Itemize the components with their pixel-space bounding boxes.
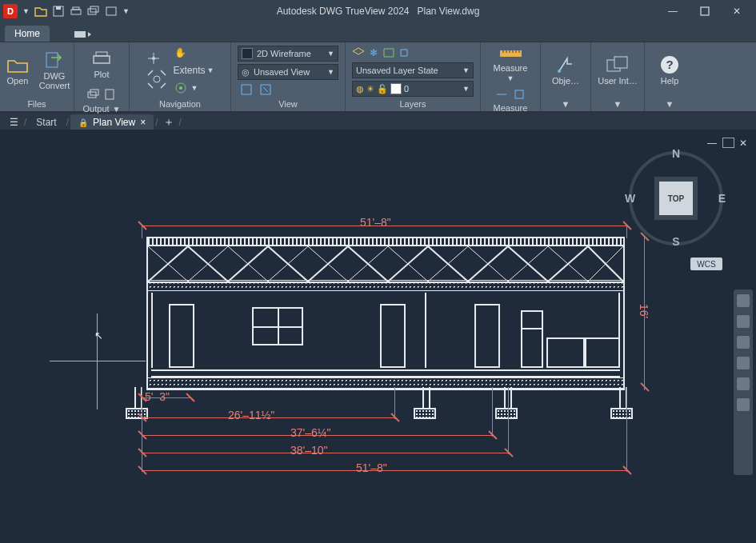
vp-minimize-button[interactable]: — (707, 138, 718, 146)
help-button[interactable]: ? Help (649, 46, 690, 95)
svg-rect-9 (46, 53, 58, 67)
current-layer-dropdown[interactable]: ◍ ☀ 🔓 0▼ (352, 81, 474, 97)
navbar-wheel-icon[interactable] (737, 294, 750, 307)
quick-access-toolbar: ▼ (34, 5, 130, 18)
navbar-showmotion-icon[interactable] (737, 377, 750, 390)
refrigerator (521, 310, 543, 368)
publish-icon[interactable] (105, 5, 118, 18)
view-cube-e[interactable]: E (718, 192, 726, 205)
view-fwd-icon[interactable] (258, 82, 273, 97)
panel-user-interface: User Int… ▼ (591, 42, 645, 111)
panel-view: 2D Wireframe▼ ◎ Unsaved View▼ View (231, 42, 346, 111)
svg-rect-14 (106, 90, 114, 99)
printer-icon (90, 49, 113, 68)
app-menu-caret[interactable]: ▼ (22, 7, 30, 15)
navbar-orbit-icon[interactable] (737, 357, 750, 369)
svg-point-18 (179, 86, 182, 90)
drawing-viewport[interactable]: — ✕ TOP N S E W WCS ↖ 51'–8" 16' (0, 130, 756, 543)
vp-restore-button[interactable] (722, 138, 734, 148)
panel-caret-ui[interactable]: ▼ (614, 98, 622, 111)
area-icon[interactable] (512, 87, 526, 102)
navbar-zoom-icon[interactable] (737, 336, 750, 349)
object-snap-button[interactable]: Obje… (545, 46, 586, 95)
dim-b2: 26'–11½" (228, 409, 274, 421)
open-button[interactable]: Open (2, 46, 33, 95)
zoom-extents-icon-large[interactable] (146, 68, 167, 90)
panel-object-snap: Obje… ▼ (541, 42, 591, 111)
qat-caret[interactable]: ▼ (122, 7, 130, 15)
view-cube-w[interactable]: W (625, 192, 635, 205)
view-prev-icon[interactable] (239, 82, 254, 97)
orbit-caret[interactable]: ▼ (191, 84, 198, 92)
window-1 (252, 307, 303, 345)
plot-button[interactable]: Plot (84, 46, 119, 82)
svg-rect-22 (515, 90, 523, 98)
extents-split-button[interactable]: Extents ▼ (174, 65, 214, 76)
layer-match-icon[interactable] (382, 46, 395, 59)
visual-style-dropdown[interactable]: 2D Wireframe▼ (238, 46, 338, 62)
batch-plot-icon[interactable] (87, 5, 100, 18)
layer-prev-icon[interactable] (398, 46, 410, 59)
panel-caret-help[interactable]: ▼ (666, 98, 674, 111)
minimize-button[interactable]: — (657, 0, 689, 22)
roof-truss (148, 245, 623, 283)
navbar-more-icon[interactable] (737, 398, 750, 411)
pan-icon[interactable] (146, 51, 161, 66)
tab-close-icon[interactable]: × (140, 117, 146, 128)
door-1 (169, 304, 194, 368)
vp-close-button[interactable]: ✕ (739, 138, 750, 146)
panel-caret-osnap[interactable]: ▼ (562, 98, 570, 111)
svg-rect-8 (74, 31, 86, 38)
view-cube-s[interactable]: S (672, 235, 679, 248)
hand-pan-icon[interactable]: ✋ (174, 46, 188, 60)
tab-start[interactable]: Start (28, 114, 64, 130)
view-cube-n[interactable]: N (672, 147, 680, 160)
add-tab-button[interactable]: ＋ (160, 115, 178, 130)
orbit-icon[interactable] (174, 81, 188, 95)
open-icon[interactable] (34, 5, 47, 18)
ruler-icon (499, 46, 522, 62)
layer-props-icon[interactable] (352, 46, 365, 59)
ribbon: Open DWG Convert Files Plot Output▼ (0, 42, 756, 113)
dim-b5: 51'–8" (356, 461, 387, 474)
wcs-badge[interactable]: WCS (690, 258, 722, 270)
door-3 (474, 304, 500, 368)
doc-tabs-menu-icon[interactable]: ☰ (5, 117, 22, 128)
visual-style-swatch-icon (242, 48, 253, 59)
tab-home[interactable]: Home (5, 26, 50, 42)
print-icon[interactable] (70, 5, 82, 18)
layer-color-swatch-icon (390, 83, 402, 94)
panel-measure: Measure ▼ Measure (481, 42, 541, 111)
help-icon: ? (658, 55, 681, 74)
navbar-pan-icon[interactable] (737, 315, 750, 328)
panel-title-files: Files (27, 98, 46, 111)
dim-right: 16' (638, 304, 650, 318)
layer-freeze-icon[interactable]: ❄ (367, 46, 380, 59)
dim-b4: 38'–10" (290, 444, 328, 457)
app-icon[interactable]: D (3, 4, 18, 18)
close-button[interactable]: ✕ (721, 0, 753, 22)
dwg-convert-button[interactable]: DWG Convert (38, 46, 71, 95)
tab-extra[interactable] (58, 27, 109, 42)
navigation-bar (734, 289, 753, 475)
foundation-mid2 (495, 387, 518, 419)
tab-plan-view[interactable]: 🔒 Plan View × (70, 114, 154, 130)
foundation-mid1 (414, 387, 436, 419)
dim-top: 51'–8" (360, 216, 391, 229)
dist-icon[interactable] (494, 87, 509, 102)
user-interface-button[interactable]: User Int… (597, 46, 638, 95)
maximize-button[interactable] (689, 0, 721, 22)
batch-plot-small-icon[interactable] (86, 87, 101, 102)
layer-state-dropdown[interactable]: Unsaved Layer State▼ (352, 62, 474, 78)
svg-rect-25 (614, 57, 627, 68)
page-setup-small-icon[interactable] (102, 87, 117, 102)
layer-lock-icon: 🔓 (377, 84, 388, 94)
cursor-arrow-icon: ↖ (94, 329, 103, 341)
measure-button[interactable]: Measure ▼ (490, 46, 531, 82)
named-view-dropdown[interactable]: ◎ Unsaved View▼ (238, 64, 338, 80)
layer-on-icon: ◍ (356, 84, 364, 94)
save-icon[interactable] (52, 5, 65, 18)
view-icon: ◎ (242, 67, 250, 78)
svg-point-16 (154, 76, 160, 82)
ui-windows-icon (606, 55, 629, 74)
